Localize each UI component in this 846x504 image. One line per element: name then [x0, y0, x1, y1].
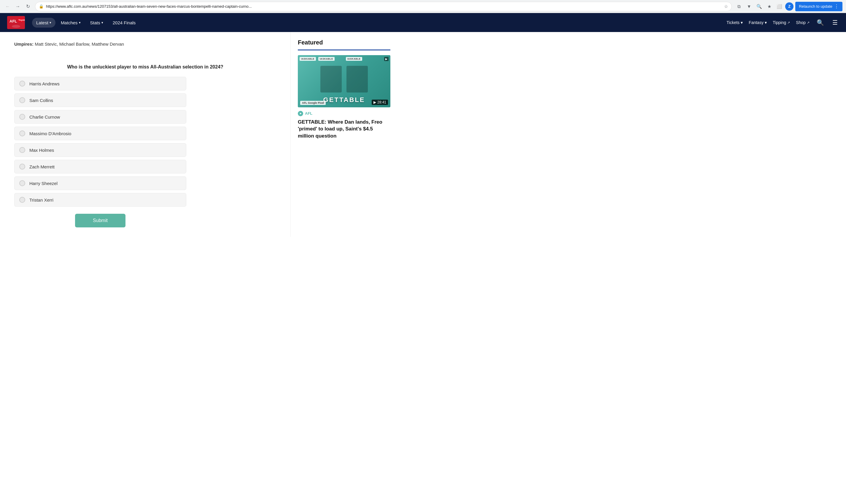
afl-source-icon [298, 111, 303, 116]
nav-item-2024finals[interactable]: 2024 Finals [109, 18, 140, 28]
bookmark-icon[interactable]: ☆ [724, 4, 728, 9]
radio-button[interactable] [19, 147, 25, 153]
hamburger-menu-icon[interactable]: ☰ [831, 18, 839, 27]
main-content: Umpires: Matt Stevic, Michael Barlow, Ma… [0, 32, 291, 237]
duration-text: 28:41 [377, 100, 386, 104]
afl-logo[interactable]: AFL Toyota [7, 16, 25, 29]
poll-option-harris-andrews[interactable]: Harris Andrews [14, 77, 186, 90]
submit-button-wrapper: Submit [14, 214, 186, 228]
poll-option-massimo-dambrosio[interactable]: Massimo D'Ambrosio [14, 127, 186, 140]
search-icon[interactable]: 🔍 [815, 18, 825, 27]
poll-option-sam-collins[interactable]: Sam Collins [14, 93, 186, 107]
person-right [347, 66, 368, 92]
poll-options: Harris Andrews Sam Collins Charlie Curno… [14, 77, 186, 206]
chevron-down-icon: ▾ [765, 20, 767, 25]
star-button[interactable]: ★ [765, 2, 773, 11]
nav-right: Tickets ▾ Fantasy ▾ Tipping ↗ Shop ↗ 🔍 ☰ [726, 18, 839, 27]
more-icon: ⋮ [834, 3, 839, 9]
iaskable-badge-1: IASKABLE [300, 57, 316, 61]
poll-option-label: Zach Merrett [29, 164, 55, 169]
featured-article-title[interactable]: GETTABLE: Where Dan lands, Freo 'primed'… [298, 119, 390, 140]
play-icon: ▶ [373, 100, 376, 104]
page-layout: Umpires: Matt Stevic, Michael Barlow, Ma… [0, 32, 846, 237]
zoom-button[interactable]: 🔍 [755, 2, 763, 11]
browser-nav-buttons: ← → ↻ [3, 2, 32, 11]
umpires-value: Matt Stevic, Michael Barlow, Matthew Der… [35, 41, 124, 47]
poll-option-label: Harris Andrews [29, 81, 59, 86]
lock-icon: 🔒 [39, 4, 43, 8]
iaskable-badge-3: IASKABLE [346, 57, 362, 61]
umpires-label: Umpires: [14, 41, 34, 47]
poll-option-charlie-curnow[interactable]: Charlie Curnow [14, 110, 186, 124]
featured-thumbnail[interactable]: IASKABLE IASKABLE IASKABLE GETTABLE [298, 55, 390, 107]
address-bar[interactable]: 🔒 https://www.aflc.com.au/news/1207153/a… [35, 2, 732, 11]
poll-option-harry-sheezel[interactable]: Harry Sheezel [14, 176, 186, 190]
poll-option-tristan-xerri[interactable]: Tristan Xerri [14, 193, 186, 206]
nav-tickets[interactable]: Tickets ▾ [726, 20, 743, 25]
external-link-icon: ↗ [787, 21, 790, 24]
poll-section: Who is the unluckiest player to miss All… [14, 64, 276, 228]
umpires-section: Umpires: Matt Stevic, Michael Barlow, Ma… [14, 41, 276, 53]
svg-text:AFL: AFL [10, 19, 17, 23]
featured-source: AFL [298, 111, 390, 116]
chevron-down-icon: ▾ [50, 21, 51, 24]
nav-fantasy[interactable]: Fantasy ▾ [749, 20, 767, 25]
browser-chrome: ← → ↻ 🔒 https://www.aflc.com.au/news/120… [0, 0, 846, 13]
sidebar: Featured IASKABLE IASKABLE IASKABLE [291, 32, 398, 237]
nav-items: Latest ▾ Matches ▾ Stats ▾ 2024 Finals [32, 18, 726, 28]
svg-point-4 [12, 25, 20, 28]
radio-button[interactable] [19, 164, 25, 169]
reload-button[interactable]: ↻ [24, 2, 32, 11]
radio-button[interactable] [19, 97, 25, 103]
play-circle-icon [299, 112, 302, 115]
poll-option-label: Charlie Curnow [29, 114, 60, 120]
radio-button[interactable] [19, 197, 25, 203]
poll-option-label: Massimo D'Ambrosio [29, 131, 71, 136]
afl-logo-svg: AFL Toyota [7, 16, 25, 29]
submit-button[interactable]: Submit [75, 214, 125, 228]
video-duration-badge: ▶ 28:41 [372, 100, 388, 105]
poll-option-label: Tristan Xerri [29, 197, 53, 202]
radio-button[interactable] [19, 180, 25, 186]
corner-badge: ▶ [384, 57, 389, 61]
poll-option-label: Max Holmes [29, 148, 54, 153]
external-link-icon: ↗ [807, 21, 810, 24]
extensions-button[interactable]: ⧉ [735, 2, 743, 11]
url-text: https://www.aflc.com.au/news/1207153/all… [46, 4, 722, 8]
afl-navigation: AFL Toyota Latest ▾ Matches ▾ Stats ▾ 20… [0, 13, 846, 32]
featured-source-label: AFL [305, 111, 312, 115]
featured-section-title: Featured [298, 39, 390, 50]
profile-avatar[interactable]: Z [785, 2, 793, 11]
back-button[interactable]: ← [3, 2, 12, 11]
extensions2-button[interactable]: ⬜ [775, 2, 783, 11]
nav-item-stats[interactable]: Stats ▾ [86, 18, 107, 28]
poll-option-label: Harry Sheezel [29, 181, 57, 186]
poll-option-max-holmes[interactable]: Max Holmes [14, 143, 186, 157]
forward-button[interactable]: → [14, 2, 22, 11]
badge-row-top: IASKABLE IASKABLE IASKABLE [300, 57, 353, 61]
chevron-down-icon: ▾ [741, 20, 743, 25]
save-to-drive-button[interactable]: ▼ [745, 2, 753, 11]
chevron-down-icon: ▾ [79, 21, 81, 24]
iaskable-badge-2: IASKABLE [318, 57, 335, 61]
chevron-down-icon: ▾ [102, 21, 103, 24]
browser-action-buttons: ⧉ ▼ 🔍 ★ ⬜ Z Relaunch to update ⋮ [735, 2, 843, 11]
nav-item-latest[interactable]: Latest ▾ [32, 18, 55, 28]
nav-tipping[interactable]: Tipping ↗ [773, 20, 790, 25]
afl-logo-image: AFL Toyota [7, 16, 25, 29]
poll-question: Who is the unluckiest player to miss All… [14, 64, 276, 70]
svg-text:Toyota: Toyota [18, 19, 25, 21]
poll-option-label: Sam Collins [29, 98, 53, 103]
afl-google-pixel-label: AFL Google Pixel [300, 101, 326, 105]
radio-button[interactable] [19, 114, 25, 120]
poll-option-zach-merrett[interactable]: Zach Merrett [14, 160, 186, 174]
people-area [320, 66, 368, 92]
radio-button[interactable] [19, 80, 25, 87]
relaunch-button[interactable]: Relaunch to update ⋮ [795, 2, 843, 11]
radio-button[interactable] [19, 130, 25, 137]
nav-item-matches[interactable]: Matches ▾ [57, 18, 85, 28]
nav-shop[interactable]: Shop ↗ [796, 20, 810, 25]
person-left [320, 66, 342, 92]
